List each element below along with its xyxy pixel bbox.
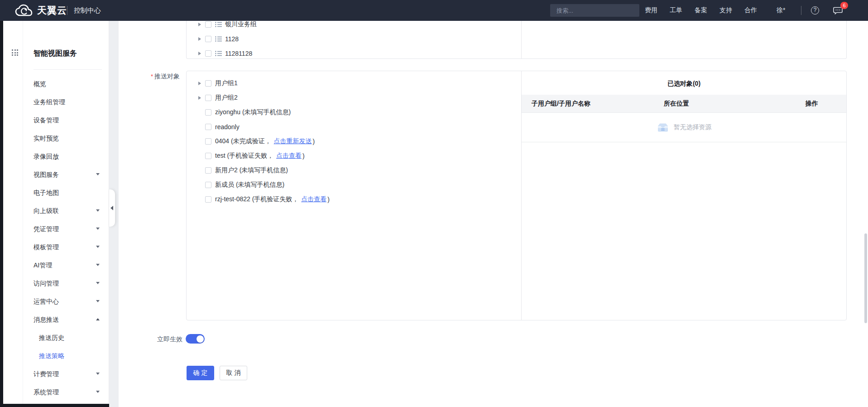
verification-link[interactable]: 点击查看 [276,152,302,160]
push-target-label[interactable]: 新成员 (未填写手机信息) [215,181,284,189]
push-target-label[interactable]: 用户组2 [215,94,238,102]
chevron-down-icon [96,391,100,393]
vertical-scrollbar[interactable] [864,233,867,323]
push-target-label[interactable]: test (手机验证失败， [215,152,273,160]
topnav-item[interactable]: 支持 [719,6,732,15]
sidebar-item[interactable]: 推送历史 [23,329,109,347]
tree-item-label[interactable]: 11281128 [225,50,252,57]
selected-objects-title: 已选对象(0) [522,71,846,95]
resource-tree: 银川业务组112811281128 [187,21,521,59]
push-target-item[interactable]: readonly [187,120,521,134]
sidebar-item-label: 概览 [34,80,46,87]
tree-item-label[interactable]: 1128 [225,35,239,43]
empty-state-text: 暂无选择资源 [674,123,712,131]
sidebar-divider [34,69,102,70]
chevron-down-icon [96,228,100,230]
sidebar-item[interactable]: 录像回放 [23,147,109,165]
tree-item[interactable]: 11281128 [187,46,521,59]
search-box[interactable] [550,4,639,17]
sidebar-item[interactable]: 向上级联 [23,202,109,220]
sidebar-title: 智能视图服务 [34,49,77,58]
topbar-divider [801,6,801,15]
checkbox[interactable] [205,95,211,101]
checkbox[interactable] [205,124,211,130]
apps-grid-icon[interactable] [12,49,19,56]
checkbox[interactable] [205,109,211,116]
sidebar-item[interactable]: 电子地图 [23,184,109,202]
push-target-label-suffix: ) [302,152,305,160]
sidebar-item[interactable]: 系统管理 [23,383,109,401]
expander-icon[interactable] [198,37,201,41]
user-menu[interactable]: 徐* [777,6,785,15]
sidebar-item[interactable]: 模板管理 [23,238,109,256]
sidebar-item[interactable]: 访问管理 [23,274,109,292]
sidebar-footer-strip [0,404,109,407]
tree-item-label[interactable]: 银川业务组 [225,21,257,29]
chevron-down-icon [96,209,100,212]
sidebar-item[interactable]: 运营中心 [23,292,109,310]
checkbox[interactable] [205,138,211,145]
push-target-item[interactable]: 用户组1 [187,76,521,91]
sidebar-item-label: 录像回放 [34,153,59,160]
expander-icon[interactable] [198,82,201,85]
list-icon [215,36,222,42]
search-input[interactable] [556,7,636,14]
help-icon[interactable]: ? [811,6,819,15]
push-target-item[interactable]: 用户组2 [187,91,521,105]
console-title[interactable]: 控制中心 [74,0,101,21]
topnav-item[interactable]: 费用 [645,6,657,15]
sidebar-item[interactable]: 消息推送 [23,310,109,329]
checkbox[interactable] [205,36,211,42]
selected-objects-panel: 已选对象(0) 子用户组/子用户名称所在位置操作 暂无选择资源 [521,71,846,320]
push-target-label[interactable]: 用户组1 [215,79,238,87]
expander-icon[interactable] [198,23,201,26]
sidebar-item-label: 实时预览 [34,135,59,142]
checkbox[interactable] [205,80,211,87]
sidebar-item[interactable]: 设备管理 [23,111,109,129]
topnav-item[interactable]: 工单 [670,6,682,15]
sidebar-item[interactable]: 业务组管理 [23,93,109,111]
checkbox[interactable] [205,153,211,159]
push-target-item[interactable]: rzj-test-0822 (手机验证失败， 点击查看 ) [187,192,521,207]
push-target-label[interactable]: readonly [215,123,240,131]
push-target-label[interactable]: ziyonghu (未填写手机信息) [215,108,291,116]
sidebar: 智能视图服务 概览业务组管理设备管理实时预览录像回放视图服务电子地图向上级联凭证… [23,21,109,404]
expander-icon[interactable] [198,96,201,100]
tree-item[interactable]: 1128 [187,32,521,46]
sidebar-item[interactable]: 概览 [23,75,109,93]
push-target-item[interactable]: test (手机验证失败， 点击查看 ) [187,149,521,163]
verification-link[interactable]: 点击重新发送 [274,137,312,145]
sidebar-item[interactable]: 计费管理 [23,365,109,383]
sidebar-item[interactable]: 凭证管理 [23,220,109,238]
topnav-item[interactable]: 备案 [695,6,707,15]
app-root: 天翼云 控制中心 费用工单备案支持合作徐* ? 6 智能视图服务 概览业务组管理… [0,0,868,407]
push-target-item[interactable]: 新成员 (未填写手机信息) [187,178,521,192]
sidebar-item[interactable]: 推送策略 [23,347,109,365]
confirm-button[interactable]: 确 定 [187,366,214,380]
cancel-button[interactable]: 取 消 [220,366,247,380]
checkbox[interactable] [205,50,211,57]
chevron-down-icon [96,246,100,248]
sidebar-item[interactable]: 实时预览 [23,129,109,147]
checkbox[interactable] [205,167,211,174]
checkbox[interactable] [205,196,211,203]
verification-link[interactable]: 点击查看 [301,195,326,204]
expander-icon[interactable] [198,52,201,55]
sidebar-item[interactable]: 视图服务 [23,165,109,184]
topnav-item[interactable]: 合作 [744,6,757,15]
checkbox[interactable] [205,21,211,28]
push-target-item[interactable]: 0404 (未完成验证， 点击重新发送 ) [187,134,521,149]
tree-item[interactable]: 银川业务组 [187,21,521,32]
checkbox[interactable] [205,182,211,188]
brand-title[interactable]: 天翼云 [37,0,67,21]
push-target-item[interactable]: 新用户2 (未填写手机信息) [187,163,521,178]
sidebar-collapse-handle[interactable] [109,189,115,227]
push-target-label[interactable]: 新用户2 (未填写手机信息) [215,166,288,174]
sidebar-item[interactable]: AI管理 [23,256,109,274]
push-target-item[interactable]: ziyonghu (未填写手机信息) [187,105,521,120]
push-target-label[interactable]: rzj-test-0822 (手机验证失败， [215,195,298,204]
push-target-label[interactable]: 0404 (未完成验证， [215,137,271,145]
effective-now-toggle[interactable] [186,334,205,344]
chevron-down-icon [96,373,100,375]
sidebar-item-label: 运营中心 [34,298,59,305]
